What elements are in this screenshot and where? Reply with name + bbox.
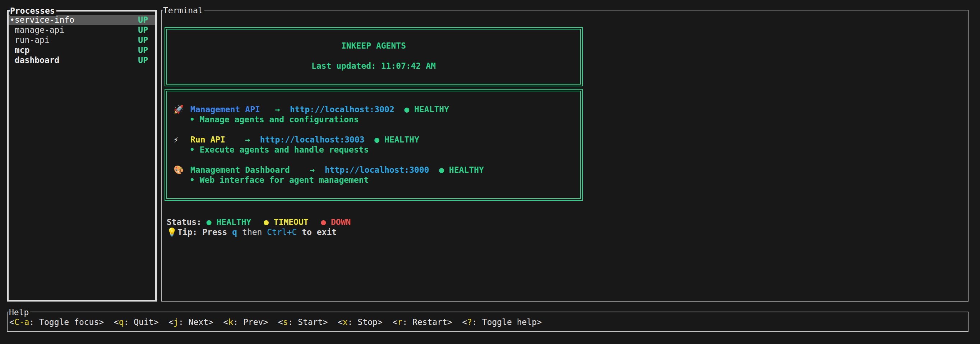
legend-timeout: ●TIMEOUT [264,218,309,227]
shortcut-quit: <q: Quit> [114,317,159,327]
arrow-icon: → [245,135,250,144]
shortcut-separator: : [472,317,482,327]
red-dot-icon: ● [321,218,326,227]
green-dot-icon: ● [207,218,212,227]
process-row-dashboard[interactable]: dashboardUP [9,55,155,65]
service-health: HEALTHY [414,105,449,114]
shortcut-key: x [343,317,348,327]
arrow-icon: → [310,165,315,174]
angle-bracket: < [338,317,343,327]
process-name: run-api [15,35,49,45]
angle-bracket: < [278,317,283,327]
tip-middle: then [242,227,262,237]
health-dot-icon: ● [439,165,444,174]
shortcut-key: r [397,317,402,327]
shortcut-label: Restart [412,317,447,327]
banner-title: INKEEP AGENTS [167,41,580,51]
shortcut-separator: : [29,317,39,327]
shortcut-prev: <k: Prev> [223,317,268,327]
angle-bracket: < [392,317,397,327]
banner-last-updated: Last updated: 11:07:42 AM [167,61,580,71]
angle-bracket: > [447,317,452,327]
process-row-run-api[interactable]: run-apiUP [9,35,155,45]
process-status-badge: UP [138,25,148,35]
yellow-dot-icon: ● [264,218,269,227]
shortcut-key: j [173,317,178,327]
lightning-icon: ⚡ [173,134,190,145]
shortcut-key: k [228,317,233,327]
shortcut-toggle-focus: <C-a: Toggle focus> [10,317,104,327]
service-url[interactable]: http://localhost:3003 [260,135,364,144]
service-description-text: Manage agents and configurations [200,115,359,124]
shortcut-label: Toggle help [482,317,537,327]
angle-bracket: < [114,317,119,327]
process-status-badge: UP [138,15,148,25]
service-row: 🎨Management Dashboard→http://localhost:3… [167,165,580,175]
angle-bracket: < [10,317,14,327]
tip-key-q: q [232,227,237,237]
shortcut-key: s [283,317,288,327]
processes-panel: Processes •service-infoUP manage-apiUP r… [7,10,157,302]
angle-bracket: < [462,317,467,327]
tip-key-ctrl-c: Ctrl+C [267,227,297,237]
angle-bracket: > [377,317,383,327]
service-description: •Manage agents and configurations [167,114,580,125]
process-status-badge: UP [138,55,148,65]
process-row-manage-api[interactable]: manage-apiUP [9,25,155,35]
process-row-mcp[interactable]: mcpUP [9,45,155,55]
service-url[interactable]: http://localhost:3000 [325,165,429,174]
angle-bracket: < [169,317,173,327]
status-legend-label: Status: [167,218,202,227]
service-management-dashboard: 🎨Management Dashboard→http://localhost:3… [167,165,580,185]
tip-suffix: to exit [302,227,337,237]
terminal-panel-title: Terminal [163,5,204,16]
service-name: Run API [190,134,245,145]
shortcut-restart: <r: Restart> [392,317,452,327]
shortcut-toggle-help: <?: Toggle help> [462,317,542,327]
shortcut-separator: : [348,317,358,327]
shortcut-label: Toggle focus [39,317,99,327]
shortcut-label: Stop [358,317,377,327]
process-name: dashboard [15,55,60,65]
blank-line [167,125,580,134]
service-health: HEALTHY [449,165,484,174]
terminal-panel[interactable]: Terminal INKEEP AGENTS Last updated: 11:… [161,10,969,302]
service-health: HEALTHY [384,135,419,144]
tip-line: 💡Tip: PressqthenCtrl+Cto exit [167,227,337,237]
selected-bullet-icon: • [10,15,15,25]
service-description-text: Execute agents and handle requests [200,145,369,154]
bullet-icon: • [190,145,195,154]
service-row: 🚀Management API→http://localhost:3002●HE… [167,104,580,114]
legend-label: TIMEOUT [274,218,309,227]
angle-bracket: > [208,317,213,327]
blank-line [167,155,580,165]
palette-icon: 🎨 [173,165,190,175]
legend-down: ●DOWN [321,218,351,227]
shortcut-start: <s: Start> [278,317,328,327]
shortcut-key: ? [467,317,472,327]
process-name: manage-api [15,25,64,35]
angle-bracket: > [537,317,542,327]
service-management-api: 🚀Management API→http://localhost:3002●HE… [167,104,580,125]
angle-bracket: > [154,317,159,327]
health-dot-icon: ● [404,105,409,114]
process-row-service-info[interactable]: •service-infoUP [9,15,155,25]
bullet-icon: • [190,175,195,185]
shortcut-next: <j: Next> [169,317,213,327]
rocket-icon: 🚀 [173,104,190,114]
status-legend: Status:●HEALTHY●TIMEOUT●DOWN [167,217,351,227]
service-name: Management API [190,104,275,114]
shortcut-separator: : [178,317,189,327]
process-status-badge: UP [138,35,148,45]
shortcut-label: Quit [134,317,153,327]
angle-bracket: > [263,317,268,327]
bullet-icon: • [190,115,195,124]
service-description-text: Web interface for agent management [200,175,369,185]
help-panel: Help <C-a: Toggle focus><q: Quit><j: Nex… [7,312,969,332]
shortcut-label: Prev [243,317,263,327]
service-url[interactable]: http://localhost:3002 [290,105,395,114]
health-dot-icon: ● [374,135,379,144]
service-row: ⚡Run API→http://localhost:3003●HEALTHY [167,134,580,145]
service-description: •Execute agents and handle requests [167,145,580,155]
shortcut-key: C-a [14,317,29,327]
